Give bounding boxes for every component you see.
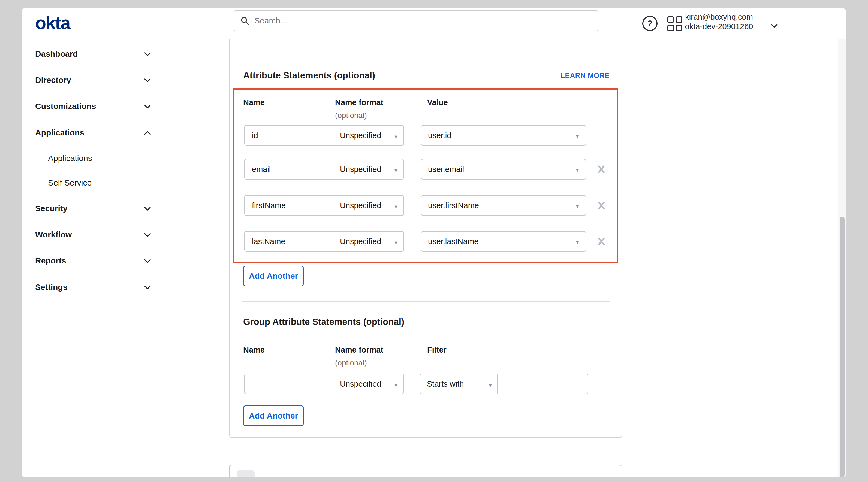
scrollbar-thumb[interactable] <box>840 217 844 477</box>
value-dropdown-button[interactable] <box>569 126 586 145</box>
attribute-row: email Unspecified user.email <box>229 159 622 180</box>
value-group: user.id <box>421 125 586 146</box>
attribute-value-input[interactable]: user.email <box>422 159 569 179</box>
chevron-down-icon <box>489 380 492 389</box>
column-header-format: Name format <box>335 346 383 354</box>
value-dropdown-button[interactable] <box>569 232 586 251</box>
name-format-group: firstName Unspecified <box>244 195 404 216</box>
chevron-down-icon <box>143 104 152 109</box>
attribute-value-input[interactable]: user.lastName <box>422 232 569 251</box>
next-section-card <box>229 465 622 477</box>
chevron-down-icon <box>395 237 398 247</box>
attribute-value-input[interactable]: user.firstName <box>422 196 569 215</box>
column-header-format: Name format <box>335 98 383 107</box>
chevron-down-icon <box>395 165 398 174</box>
name-format-group: id Unspecified <box>244 125 404 146</box>
sidebar-item-applications-child[interactable]: Applications <box>22 153 161 164</box>
sidebar-item-dashboard[interactable]: Dashboard <box>22 49 161 59</box>
chevron-down-icon[interactable] <box>769 21 779 31</box>
grid-square <box>668 25 674 31</box>
value-dropdown-button[interactable] <box>569 159 586 179</box>
attribute-row: id Unspecified user.id <box>229 125 622 146</box>
section-divider <box>242 301 610 302</box>
chevron-down-icon <box>143 78 152 83</box>
column-header-name: Name <box>243 98 265 107</box>
add-another-button[interactable]: Add Another <box>243 406 304 426</box>
sidebar-item-self-service[interactable]: Self Service <box>22 178 161 188</box>
chevron-up-icon <box>143 130 152 136</box>
saml-settings-card: Attribute Statements (optional) LEARN MO… <box>229 39 622 438</box>
name-format-group: Unspecified <box>244 374 404 394</box>
group-name-input[interactable] <box>245 374 333 394</box>
filter-value-input[interactable] <box>498 374 588 394</box>
chevron-down-icon <box>576 201 579 210</box>
remove-row-icon[interactable] <box>597 164 606 174</box>
name-format-select[interactable]: Unspecified <box>333 159 403 179</box>
column-header-name: Name <box>243 346 265 354</box>
remove-row-icon[interactable] <box>597 236 606 247</box>
attribute-name-input[interactable]: firstName <box>245 196 333 215</box>
top-navbar: okta Search... ? kiran@boxyhq.com okta-d… <box>22 8 846 39</box>
remove-row-icon[interactable] <box>597 200 606 211</box>
name-format-select[interactable]: Unspecified <box>333 374 403 394</box>
sidebar-item-settings[interactable]: Settings <box>22 282 161 293</box>
attribute-value-input[interactable]: user.id <box>422 126 569 145</box>
filter-type-select[interactable]: Starts with <box>421 374 498 394</box>
name-format-select[interactable]: Unspecified <box>333 232 403 251</box>
chevron-down-icon <box>143 52 152 57</box>
sidebar-item-customizations[interactable]: Customizations <box>22 101 161 112</box>
sidebar-item-workflow[interactable]: Workflow <box>22 229 161 240</box>
chevron-down-icon <box>143 258 152 264</box>
sidebar-item-security[interactable]: Security <box>22 203 161 214</box>
sidebar: Dashboard Directory Customizations Appli… <box>22 39 161 477</box>
help-icon[interactable]: ? <box>642 16 657 31</box>
name-format-select[interactable]: Unspecified <box>333 196 403 215</box>
name-format-select[interactable]: Unspecified <box>333 126 403 145</box>
sidebar-item-applications[interactable]: Applications <box>22 127 161 138</box>
chevron-down-icon <box>576 131 579 140</box>
value-group: user.lastName <box>421 231 586 252</box>
chevron-down-icon <box>143 285 152 290</box>
account-email: kiran@boxyhq.com <box>676 12 762 22</box>
column-note-optional: (optional) <box>335 111 367 120</box>
attribute-row: firstName Unspecified user.firstName <box>229 195 622 216</box>
badge-placeholder <box>237 470 255 477</box>
search-input[interactable]: Search... <box>234 10 598 31</box>
attribute-name-input[interactable]: email <box>245 159 333 179</box>
name-format-group: email Unspecified <box>244 159 404 180</box>
learn-more-link[interactable]: LEARN MORE <box>560 71 610 80</box>
filter-group: Starts with <box>420 374 588 394</box>
chevron-down-icon <box>576 237 579 246</box>
account-menu[interactable]: kiran@boxyhq.com okta-dev-20901260 <box>676 12 762 31</box>
account-org: okta-dev-20901260 <box>676 22 762 31</box>
chevron-down-icon <box>143 206 152 212</box>
sidebar-item-reports[interactable]: Reports <box>22 255 161 266</box>
page: { "topbar": { "logo_text": "okta", "sear… <box>0 0 868 482</box>
chevron-down-icon <box>395 202 398 211</box>
group-attribute-row: Unspecified Starts with <box>229 374 622 394</box>
attribute-statements-title: Attribute Statements (optional) <box>243 70 375 81</box>
attribute-row: lastName Unspecified user.lastName <box>229 231 622 252</box>
grid-square <box>668 17 674 23</box>
attribute-name-input[interactable]: lastName <box>245 232 333 251</box>
search-placeholder: Search... <box>254 16 287 25</box>
attribute-name-input[interactable]: id <box>245 126 333 145</box>
chevron-down-icon <box>576 165 579 174</box>
search-icon <box>240 16 249 25</box>
chevron-down-icon <box>143 232 152 237</box>
section-divider <box>242 54 610 55</box>
name-format-group: lastName Unspecified <box>244 231 404 252</box>
chevron-down-icon <box>395 132 398 140</box>
value-group: user.firstName <box>421 195 586 216</box>
group-attribute-statements-title: Group Attribute Statements (optional) <box>243 317 404 327</box>
column-header-value: Value <box>427 98 448 107</box>
sidebar-item-directory[interactable]: Directory <box>22 75 161 86</box>
okta-logo[interactable]: okta <box>35 12 70 33</box>
add-another-button[interactable]: Add Another <box>243 266 304 286</box>
okta-admin-window: okta Search... ? kiran@boxyhq.com okta-d… <box>22 8 846 477</box>
value-group: user.email <box>421 159 586 180</box>
column-header-filter: Filter <box>427 346 446 354</box>
value-dropdown-button[interactable] <box>569 196 586 215</box>
column-note-optional: (optional) <box>335 359 367 367</box>
chevron-down-icon <box>395 380 398 389</box>
